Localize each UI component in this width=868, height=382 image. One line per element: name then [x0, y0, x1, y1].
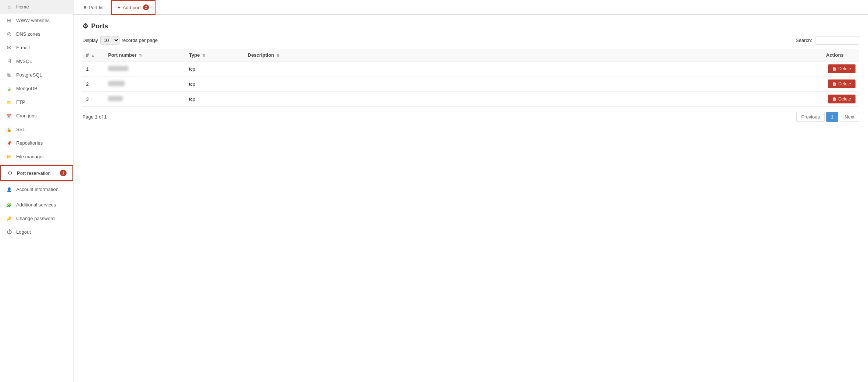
sidebar-item-email[interactable]: E-mail	[0, 41, 73, 54]
sort-icon-type: ⇅	[202, 53, 205, 57]
sidebar-label-changepassword: Change password	[16, 216, 55, 221]
sidebar-label-ftp: FTP	[16, 99, 25, 105]
sidebar-item-ftp[interactable]: FTP	[0, 95, 73, 109]
cell-desc-1	[244, 77, 822, 92]
content-area: ⚙ Ports Display 10 25 50 100 records per…	[74, 15, 868, 129]
mongo-icon	[6, 85, 12, 91]
records-per-page-label: records per page	[122, 38, 158, 43]
col-header-port[interactable]: Port number ⇅	[104, 49, 185, 61]
password-icon	[6, 215, 12, 221]
plus-icon: +	[118, 4, 121, 10]
sidebar-item-dns[interactable]: DNS zones	[0, 27, 73, 41]
delete-button-2[interactable]: 🗑 Delete	[828, 95, 856, 103]
sidebar-item-home[interactable]: Home	[0, 0, 73, 14]
table-row: 1tcp🗑 Delete	[82, 61, 859, 77]
sidebar-label-mongodb: MongoDB	[16, 86, 37, 91]
sidebar-item-additionalservices[interactable]: Additional services	[0, 198, 73, 212]
cell-num-1: 2	[82, 77, 104, 92]
sidebar-item-mysql[interactable]: MySQL	[0, 54, 73, 68]
sidebar: HomeWWW websitesDNS zonesE-mailMySQLPost…	[0, 0, 74, 382]
display-label: Display	[82, 38, 98, 43]
tab-label-addport: Add port	[123, 5, 141, 10]
sidebar-item-filemanager[interactable]: File manager	[0, 150, 73, 163]
sidebar-label-home: Home	[16, 4, 29, 10]
col-header-desc[interactable]: Description ⇅	[244, 49, 822, 61]
tab-addport[interactable]: +Add port2	[111, 0, 156, 15]
delete-button-1[interactable]: 🗑 Delete	[828, 79, 856, 88]
delete-button-0[interactable]: 🗑 Delete	[828, 64, 856, 73]
ports-heading-icon: ⚙	[82, 22, 88, 30]
account-icon	[6, 186, 12, 192]
table-row: 3tcp🗑 Delete	[82, 92, 859, 107]
col-header-type[interactable]: Type ⇅	[185, 49, 244, 61]
ftp-icon	[6, 99, 12, 105]
filemanager-icon	[6, 153, 12, 159]
sidebar-item-repositories[interactable]: Repositories	[0, 136, 73, 150]
col-header-actions: Actions	[822, 49, 859, 61]
table-row: 2tcp🗑 Delete	[82, 77, 859, 92]
display-controls: Display 10 25 50 100 records per page	[82, 36, 158, 45]
port-value-2	[108, 96, 123, 101]
pg-icon	[6, 72, 12, 78]
cell-type-2: tcp	[185, 92, 244, 107]
sidebar-label-ssl: SSL	[16, 127, 25, 132]
sidebar-label-cron: Cron jobs	[16, 113, 37, 119]
cell-desc-0	[244, 61, 822, 77]
sidebar-badge-portreservation: 1	[60, 170, 67, 176]
ssl-icon	[6, 126, 12, 132]
port-icon	[7, 170, 13, 176]
sort-icon-num: ▲	[91, 53, 95, 57]
sidebar-label-www: WWW websites	[16, 18, 50, 23]
cell-desc-2	[244, 92, 822, 107]
sidebar-label-logout: Logout	[16, 229, 31, 235]
sidebar-label-portreservation: Port reservation	[17, 170, 51, 176]
per-page-select[interactable]: 10 25 50 100	[100, 36, 119, 45]
controls-row: Display 10 25 50 100 records per page Se…	[82, 36, 859, 45]
sidebar-item-accountinfo[interactable]: Account information	[0, 183, 73, 196]
cell-actions-1: 🗑 Delete	[822, 77, 859, 92]
addons-icon	[6, 202, 12, 208]
sidebar-item-portreservation[interactable]: Port reservation1	[0, 165, 73, 181]
sidebar-item-cron[interactable]: Cron jobs	[0, 109, 73, 123]
previous-button[interactable]: Previous	[796, 112, 825, 122]
cell-port-2	[104, 92, 185, 107]
port-value-0	[108, 66, 128, 71]
mysql-icon	[6, 58, 12, 64]
sidebar-label-filemanager: File manager	[16, 154, 44, 159]
page-1-button[interactable]: 1	[826, 112, 838, 122]
list-icon: ≡	[83, 4, 86, 10]
sidebar-label-email: E-mail	[16, 45, 30, 50]
trash-icon-2: 🗑	[832, 96, 837, 102]
pagination-row: Page 1 of 1 Previous 1 Next	[82, 112, 859, 122]
next-button[interactable]: Next	[840, 112, 859, 122]
logout-icon	[6, 229, 12, 235]
tab-badge-addport: 2	[143, 4, 149, 10]
cron-icon	[6, 113, 12, 119]
sidebar-item-postgresql[interactable]: PostgreSQL	[0, 68, 73, 82]
tab-portlist[interactable]: ≡Port list	[77, 0, 111, 15]
sidebar-item-changepassword[interactable]: Change password	[0, 212, 73, 225]
cell-actions-2: 🗑 Delete	[822, 92, 859, 107]
www-icon	[6, 17, 12, 23]
page-info: Page 1 of 1	[82, 114, 107, 120]
page-title: ⚙ Ports	[82, 22, 859, 30]
sidebar-label-repositories: Repositories	[16, 140, 43, 146]
sidebar-label-additionalservices: Additional services	[16, 202, 56, 208]
sidebar-item-ssl[interactable]: SSL	[0, 123, 73, 136]
home-icon	[6, 4, 12, 10]
ports-table: # ▲ Port number ⇅ Type ⇅ Description ⇅ A…	[82, 49, 859, 107]
repo-icon	[6, 140, 12, 146]
cell-type-1: tcp	[185, 77, 244, 92]
port-value-1	[108, 81, 125, 86]
sidebar-item-www[interactable]: WWW websites	[0, 14, 73, 27]
sidebar-item-mongodb[interactable]: MongoDB	[0, 82, 73, 95]
sidebar-label-postgresql: PostgreSQL	[16, 72, 42, 78]
trash-icon-0: 🗑	[832, 66, 837, 71]
main-content: ≡Port list+Add port2 ⚙ Ports Display 10 …	[74, 0, 868, 382]
sort-icon-desc: ⇅	[276, 53, 279, 57]
cell-type-0: tcp	[185, 61, 244, 77]
sidebar-label-mysql: MySQL	[16, 59, 32, 64]
search-input[interactable]	[815, 36, 859, 45]
sidebar-item-logout[interactable]: Logout	[0, 225, 73, 239]
cell-actions-0: 🗑 Delete	[822, 61, 859, 77]
